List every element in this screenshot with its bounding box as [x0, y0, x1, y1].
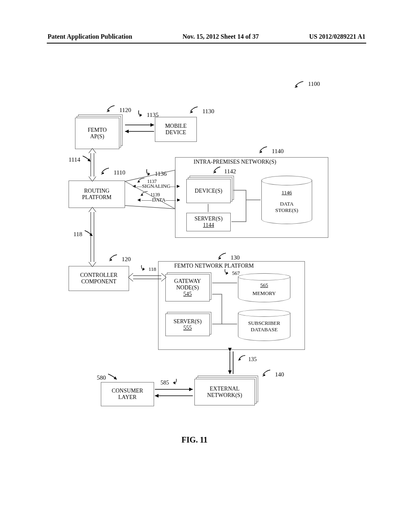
intra-premises-title: INTRA-PREMISES NETWORK(S)	[194, 159, 276, 165]
devices-box: DEVICE(S)	[186, 179, 231, 203]
svg-marker-12	[109, 259, 112, 261]
mobile-device-box: MOBILE DEVICE	[155, 117, 197, 142]
ref-567: 567	[223, 268, 240, 276]
svg-marker-7	[213, 171, 216, 173]
data-stores-cylinder: 1146 DATA STORE(S)	[261, 176, 312, 224]
controller-component-box: CONTROLLER COMPONENT	[69, 266, 129, 291]
ref-1120: 1120	[106, 105, 131, 114]
diagram-canvas: 1100 FEMTO AP(S) 1120 MOBILE DEVICE 1130…	[69, 77, 343, 455]
subscriber-db-cylinder: SUBSCRIBER DATABASE	[238, 310, 290, 341]
signaling-label: ◄—SIGNALING—►	[131, 183, 181, 189]
header-center: Nov. 15, 2012 Sheet 14 of 37	[182, 33, 259, 40]
svg-marker-14	[218, 257, 221, 260]
ref-130: 130	[218, 252, 240, 261]
fnp-title: FEMTO NETWORK PLATFORM	[174, 263, 254, 269]
ref-585: 585	[161, 378, 179, 386]
external-networks-box: EXTERNAL NETWORK(S)	[194, 379, 255, 405]
consumer-layer-box: CONSUMER LAYER	[101, 382, 154, 406]
header-left: Patent Application Publication	[48, 33, 132, 40]
servers-fnp-box: SERVER(S) 555	[165, 314, 210, 336]
ref-1140: 1140	[259, 146, 284, 155]
gateway-box: GATEWAY NODE(S) 545	[165, 274, 210, 301]
ref-1114: 1114	[69, 155, 92, 163]
femto-aps-box: FEMTO AP(S)	[75, 118, 119, 149]
ref-1130: 1130	[190, 106, 214, 115]
svg-marker-2	[190, 111, 193, 113]
svg-marker-0	[294, 85, 298, 88]
svg-marker-4	[101, 172, 104, 175]
ref-135: 135	[238, 355, 257, 363]
ref-140: 140	[262, 369, 284, 378]
svg-marker-17	[114, 376, 117, 380]
ref-1135: 1135	[136, 110, 159, 118]
header-rule	[47, 43, 366, 44]
ref-1142: 1142	[213, 166, 236, 175]
routing-platform-box: ROUTING PLATFORM	[69, 181, 125, 208]
ref-1100: 1100	[294, 81, 320, 89]
ref-120: 120	[109, 254, 131, 263]
data-label: ◄——DATA——►	[136, 197, 181, 203]
svg-marker-6	[259, 151, 262, 153]
ref-1110: 1110	[101, 167, 125, 176]
servers-intra-box: SERVER(S) 1144	[186, 213, 231, 231]
ref-118a: 118	[73, 230, 94, 238]
header-right: US 2012/0289221 A1	[309, 33, 365, 40]
svg-marker-1	[106, 110, 110, 112]
ref-118b: 118	[139, 264, 156, 272]
ref-580: 580	[97, 373, 118, 381]
svg-marker-19	[262, 374, 265, 376]
figure-label: FIG. 11	[181, 435, 207, 445]
ref-1136: 1136	[144, 168, 167, 177]
memory-cylinder: 565 MEMORY	[238, 273, 290, 302]
